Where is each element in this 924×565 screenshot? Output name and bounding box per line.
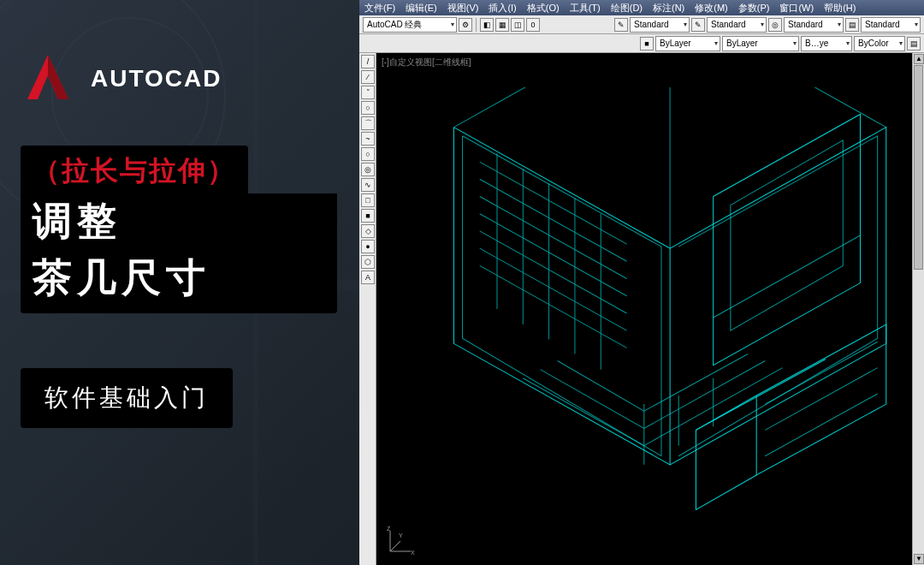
svg-line-4 (480, 214, 627, 296)
gear-icon[interactable]: ⚙ (459, 18, 472, 32)
logo-row: AUTOCAD (21, 51, 222, 106)
svg-point-25 (865, 386, 874, 395)
svg-line-28 (390, 541, 400, 551)
menu-help[interactable]: 帮助(H) (819, 0, 861, 15)
toolbar-row-1: AutoCAD 经典 ⚙ ◧ ▦ ◫ 0 ✎ Standard ✎ Standa… (359, 15, 924, 34)
autocad-logo-icon (21, 51, 75, 106)
tool-icon[interactable]: ▤ (845, 18, 859, 32)
plotstyle-dropdown[interactable]: ByColor (854, 36, 905, 51)
block-tool-icon[interactable]: ⬡ (361, 255, 375, 269)
tool-icon[interactable]: ✎ (691, 18, 705, 32)
std-dropdown-1[interactable]: Standard (630, 17, 690, 33)
point-tool-icon[interactable]: ● (361, 240, 375, 253)
polyline-tool-icon[interactable]: ˅ (361, 86, 375, 99)
menu-insert[interactable]: 插入(I) (483, 0, 521, 15)
svg-line-18 (765, 342, 877, 404)
menu-window[interactable]: 窗口(W) (774, 0, 819, 15)
workspace-dropdown[interactable]: AutoCAD 经典 (363, 17, 457, 33)
svg-line-3 (480, 197, 627, 279)
color-swatch-icon[interactable]: ■ (640, 37, 654, 51)
spline-tool-icon[interactable]: ~ (361, 132, 375, 146)
tool-icon[interactable]: ▦ (495, 18, 509, 32)
subtitle-button: 软件基础入门 (21, 368, 233, 428)
menu-file[interactable]: 文件(F) (359, 0, 400, 15)
arc-tool-icon[interactable]: ⌒ (361, 116, 375, 130)
rectangle-tool-icon[interactable]: □ (361, 193, 375, 207)
region-tool-icon[interactable]: ◇ (361, 224, 375, 238)
svg-line-6 (480, 248, 627, 330)
hatch-tool-icon[interactable]: ■ (361, 209, 375, 223)
tool-icon[interactable]: ▤ (907, 37, 921, 51)
std-dropdown-2[interactable]: Standard (707, 17, 767, 33)
menu-edit[interactable]: 编辑(E) (400, 0, 442, 15)
menu-view[interactable]: 视图(V) (442, 0, 484, 15)
menu-format[interactable]: 格式(O) (522, 0, 565, 15)
svg-line-5 (480, 231, 627, 313)
svg-line-2 (480, 179, 627, 261)
title-block: （拉长与拉伸） 调整 茶几尺寸 (21, 146, 337, 313)
scroll-up-icon[interactable]: ▲ (914, 54, 924, 64)
menu-draw[interactable]: 绘图(D) (606, 0, 648, 15)
svg-line-20 (765, 394, 877, 456)
svg-line-7 (480, 265, 627, 348)
ucs-z-label: Z (387, 526, 391, 532)
ucs-y-label: Y (399, 532, 403, 538)
menu-modify[interactable]: 修改(M) (690, 0, 733, 15)
tool-icon[interactable]: ◎ (768, 18, 782, 32)
drawing-canvas[interactable]: [-]自定义视图[二维线框] (376, 53, 912, 565)
draw-toolbar: / ∕ ˅ ○ ⌒ ~ ○ ◎ ∿ □ ■ ◇ ● ⬡ A (359, 53, 376, 565)
std-dropdown-3[interactable]: Standard (784, 17, 844, 33)
svg-line-19 (765, 368, 877, 431)
scroll-thumb[interactable] (914, 65, 923, 270)
toolbar-row-2: ■ ByLayer ByLayer B…ye ByColor ▤ (359, 34, 924, 53)
tool-icon[interactable]: ✎ (614, 18, 628, 32)
menu-tools[interactable]: 工具(T) (565, 0, 606, 15)
svg-line-17 (696, 360, 826, 431)
revcloud-tool-icon[interactable]: ∿ (361, 178, 375, 192)
svg-point-23 (821, 410, 830, 419)
circle-tool-icon[interactable]: ○ (361, 147, 375, 161)
lineweight-dropdown[interactable]: B…ye (801, 36, 852, 51)
title-line2: 茶几尺寸 (21, 250, 337, 313)
svg-line-1 (480, 162, 627, 244)
ucs-x-label: X (411, 550, 415, 556)
menu-param[interactable]: 参数(P) (733, 0, 775, 15)
tool-icon[interactable]: ◧ (480, 18, 494, 32)
svg-line-13 (714, 235, 861, 318)
title-subtitle: （拉长与拉伸） (21, 146, 248, 193)
std-dropdown-4[interactable]: Standard (861, 17, 921, 33)
menu-dim[interactable]: 标注(N) (648, 0, 690, 15)
linetype-dropdown[interactable]: ByLayer (722, 36, 799, 51)
banner-panel: AUTOCAD （拉长与拉伸） 调整 茶几尺寸 软件基础入门 (0, 0, 359, 565)
svg-point-21 (778, 434, 786, 443)
tool-icon[interactable]: 0 (526, 18, 540, 32)
ray-tool-icon[interactable]: ∕ (361, 70, 375, 84)
layer-color-dropdown[interactable]: ByLayer (655, 36, 720, 51)
menubar: 文件(F) 编辑(E) 视图(V) 插入(I) 格式(O) 工具(T) 绘图(D… (359, 0, 924, 15)
autocad-window: 文件(F) 编辑(E) 视图(V) 插入(I) 格式(O) 工具(T) 绘图(D… (359, 0, 924, 565)
svg-point-22 (800, 422, 808, 431)
title-line1: 调整 (21, 193, 337, 250)
separator-icon (476, 18, 477, 32)
tool-icon[interactable]: ◫ (511, 18, 524, 32)
view-label: [-]自定义视图[二维线框] (382, 56, 471, 68)
scroll-down-icon[interactable]: ▼ (914, 554, 924, 564)
donut-tool-icon[interactable]: ◎ (361, 163, 375, 176)
line-tool-icon[interactable]: / (361, 55, 375, 68)
text-tool-icon[interactable]: A (361, 271, 375, 284)
workspace: / ∕ ˅ ○ ⌒ ~ ○ ◎ ∿ □ ■ ◇ ● ⬡ A [-]自定义视图[二… (359, 53, 924, 565)
isometric-drawing (419, 87, 903, 548)
brand-name: AUTOCAD (91, 65, 222, 92)
ucs-icon: X Y Z (383, 524, 418, 558)
polygon-tool-icon[interactable]: ○ (361, 101, 375, 115)
svg-point-24 (843, 398, 851, 407)
vertical-scrollbar[interactable]: ▲ ▼ (912, 53, 924, 565)
